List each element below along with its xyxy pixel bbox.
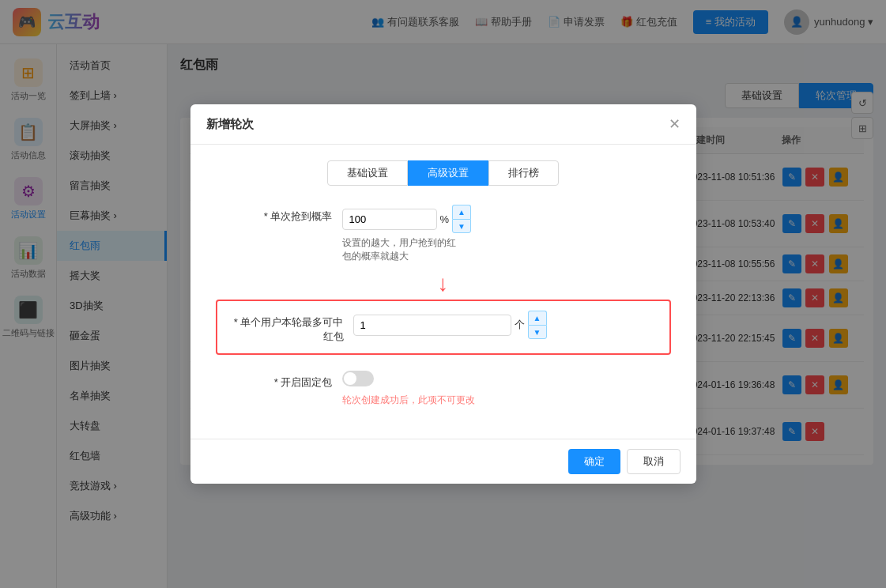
modal-tab-ranking[interactable]: 排行榜 xyxy=(488,160,559,186)
form-row-probability: * 单次抢到概率 % ▲ ▼ 设置的越大，用户抢到的红 包的概率就越大 xyxy=(216,205,671,263)
probability-down-button[interactable]: ▼ xyxy=(452,219,471,233)
max-wins-form-row: * 单个用户本轮最多可中红包 个 ▲ ▼ xyxy=(227,311,660,344)
max-wins-input[interactable] xyxy=(353,315,511,336)
form-row-max-wins: * 单个用户本轮最多可中红包 个 ▲ ▼ xyxy=(216,300,671,355)
modal-tabs: 基础设置 高级设置 排行榜 xyxy=(216,160,671,186)
modal-close-button[interactable]: ✕ xyxy=(669,115,681,133)
probability-input-group: % ▲ ▼ xyxy=(342,205,671,233)
probability-unit: % xyxy=(440,213,450,225)
modal-title: 新增轮次 xyxy=(206,117,254,132)
max-wins-unit: 个 xyxy=(515,318,525,332)
modal-body: 基础设置 高级设置 排行榜 * 单次抢到概率 % ▲ ▼ xyxy=(190,145,696,439)
max-wins-label: * 单个用户本轮最多可中红包 xyxy=(227,311,353,344)
max-wins-spinner: ▲ ▼ xyxy=(528,311,547,339)
modal-overlay: 新增轮次 ✕ 基础设置 高级设置 排行榜 * 单次抢到概率 % xyxy=(0,0,886,588)
modal-tab-basic[interactable]: 基础设置 xyxy=(327,160,408,186)
fixed-pack-label: * 开启固定包 xyxy=(216,371,342,390)
max-wins-down-button[interactable]: ▼ xyxy=(528,325,547,339)
max-wins-control: 个 ▲ ▼ xyxy=(353,311,660,339)
modal-header: 新增轮次 ✕ xyxy=(190,104,696,145)
probability-up-button[interactable]: ▲ xyxy=(452,205,471,219)
form-row-fixed-pack: * 开启固定包 轮次创建成功后，此项不可更改 xyxy=(216,371,671,407)
probability-control: % ▲ ▼ 设置的越大，用户抢到的红 包的概率就越大 xyxy=(342,205,671,263)
probability-hint: 设置的越大，用户抢到的红 包的概率就越大 xyxy=(342,236,671,263)
fixed-pack-warning: 轮次创建成功后，此项不可更改 xyxy=(342,394,671,407)
fixed-pack-control: 轮次创建成功后，此项不可更改 xyxy=(342,371,671,407)
down-arrow-icon: ↓ xyxy=(438,271,449,296)
probability-label: * 单次抢到概率 xyxy=(216,205,342,224)
arrow-container: ↓ xyxy=(216,271,671,296)
probability-spinner: ▲ ▼ xyxy=(452,205,471,233)
fixed-pack-toggle[interactable] xyxy=(342,371,374,386)
modal-tab-advanced[interactable]: 高级设置 xyxy=(408,160,488,186)
probability-input[interactable] xyxy=(342,209,437,230)
modal-footer: 确定 取消 xyxy=(190,439,696,484)
cancel-button[interactable]: 取消 xyxy=(627,449,681,474)
max-wins-up-button[interactable]: ▲ xyxy=(528,311,547,325)
confirm-button[interactable]: 确定 xyxy=(568,449,620,474)
modal-dialog: 新增轮次 ✕ 基础设置 高级设置 排行榜 * 单次抢到概率 % xyxy=(190,104,696,484)
max-wins-input-group: 个 ▲ ▼ xyxy=(353,311,660,339)
